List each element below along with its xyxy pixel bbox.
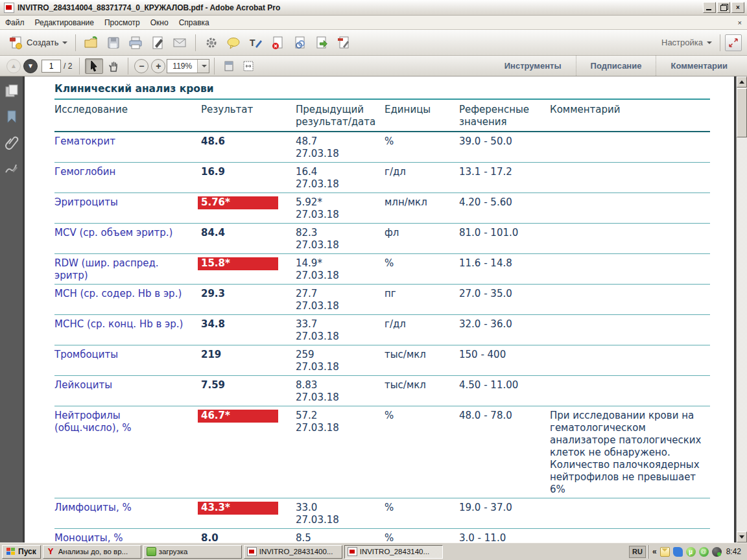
main-toolbar: Создать	[0, 30, 747, 56]
menu-edit[interactable]: Редактирование	[30, 16, 99, 29]
previous-date: 27.03.18	[296, 514, 377, 526]
create-document-icon	[8, 35, 24, 51]
tab-comments[interactable]: Комментарии	[656, 56, 742, 76]
taskbar-item[interactable]: INVITRO_28431400...	[244, 545, 342, 559]
minimize-button[interactable]	[703, 2, 716, 13]
vertical-scrollbar[interactable]	[736, 76, 747, 542]
page-link-button[interactable]	[289, 33, 311, 52]
menu-view[interactable]: Просмотр	[99, 16, 145, 29]
row-units: млн/мкл	[385, 196, 459, 221]
window-title: INVITRO_284314004_88371774_0_КРУЖАЛОВ.pd…	[18, 3, 703, 12]
window-titlebar: INVITRO_284314004_88371774_0_КРУЖАЛОВ.pd…	[0, 0, 747, 16]
hand-tool-button[interactable]	[104, 58, 123, 74]
row-result-value: 29.3	[201, 288, 296, 312]
page-count-label: / 2	[64, 62, 72, 71]
taskbar-item[interactable]: загрузка	[143, 545, 242, 559]
scroll-down-icon[interactable]	[737, 531, 747, 542]
row-comment	[550, 166, 710, 191]
scroll-up-icon[interactable]	[737, 76, 747, 88]
customize-label: Настройка	[661, 38, 703, 47]
tray-collapse-icon[interactable]: «	[652, 547, 657, 556]
email-button[interactable]	[169, 33, 191, 52]
row-comment	[550, 288, 710, 312]
result-text: 8.0	[201, 532, 219, 542]
previous-date: 27.03.18	[296, 148, 377, 160]
menubar-close-icon[interactable]: ×	[733, 19, 747, 27]
start-button[interactable]: Пуск	[2, 545, 41, 559]
row-previous-result: 33.0 27.03.18	[296, 502, 385, 526]
save-button[interactable]	[102, 33, 124, 52]
pages-panel-icon[interactable]	[4, 83, 19, 99]
row-units: г/дл	[385, 166, 459, 191]
row-reference-range: 11.6 - 14.8	[459, 257, 550, 282]
taskbar-item-label: INVITRO_28431400...	[259, 548, 333, 555]
tab-sign[interactable]: Подписание	[576, 56, 656, 76]
row-study-name: Нейтрофилы (общ.число), %	[54, 410, 201, 496]
create-button[interactable]: Создать	[5, 33, 71, 52]
attachments-panel-icon[interactable]	[4, 135, 19, 150]
scroll-mode-icon	[223, 60, 235, 72]
zoom-in-icon[interactable]: +	[151, 59, 165, 73]
fit-width-icon	[243, 60, 254, 72]
close-button[interactable]: ×	[731, 2, 744, 13]
scroll-mode-button[interactable]	[220, 58, 238, 74]
sign-button[interactable]	[147, 33, 169, 52]
previous-date: 27.03.18	[296, 422, 377, 434]
signatures-panel-icon[interactable]	[4, 161, 19, 176]
utorrent-tray-icon[interactable]: µ	[686, 547, 696, 557]
redact-page-button[interactable]	[333, 33, 355, 52]
previous-date: 27.03.18	[296, 361, 377, 373]
pdf-file-icon	[348, 547, 357, 556]
row-study-name: MCH (ср. содер. Hb в эр.)	[54, 288, 201, 312]
chevron-down-icon[interactable]	[197, 60, 209, 73]
comment-button[interactable]	[222, 33, 244, 52]
row-reference-range: 4.20 - 5.60	[459, 196, 550, 221]
row-units: %	[385, 135, 459, 160]
next-page-icon[interactable]: ▼	[23, 59, 38, 73]
print-button[interactable]	[124, 33, 147, 52]
language-indicator[interactable]: RU	[629, 546, 646, 558]
settings-gear-button[interactable]	[200, 33, 222, 52]
open-file-button[interactable]	[80, 33, 102, 52]
row-result-value: 7.59	[201, 379, 296, 404]
previous-value: 33.7	[296, 318, 377, 331]
export-page-button[interactable]	[311, 33, 333, 52]
previous-value: 27.7	[296, 288, 377, 300]
mail-tray-icon[interactable]	[660, 547, 670, 557]
messenger-tray-icon[interactable]	[673, 547, 683, 557]
fit-width-button[interactable]	[239, 58, 257, 74]
tab-tools[interactable]: Инструменты	[490, 56, 576, 76]
menu-window[interactable]: Окно	[145, 16, 174, 29]
column-header-comment: Комментарий	[550, 104, 710, 128]
bookmarks-panel-icon[interactable]	[4, 109, 19, 124]
remove-page-button[interactable]	[267, 33, 289, 52]
scrollbar-track[interactable]	[737, 137, 747, 531]
row-units: %	[385, 502, 459, 526]
antivirus-tray-icon[interactable]	[712, 547, 722, 557]
agent-tray-icon[interactable]: @	[699, 547, 709, 557]
scrollbar-thumb[interactable]	[737, 88, 747, 137]
table-row: Тромбоциты 219 259 27.03.18 тыс/мкл 150 …	[54, 345, 710, 375]
taskbar-item-label: INVITRO_2843140...	[360, 548, 429, 555]
zoom-out-icon[interactable]: −	[134, 59, 148, 73]
zoom-level-select[interactable]: 119%	[167, 59, 209, 73]
row-previous-result: 48.7 27.03.18	[296, 135, 385, 160]
chevron-down-icon	[707, 41, 712, 44]
table-row: RDW (шир. распред. эритр) 15.8* 14.9* 27…	[54, 253, 710, 284]
taskbar-item[interactable]: INVITRO_2843140...	[344, 545, 443, 559]
menu-help[interactable]: Справка	[174, 16, 215, 29]
previous-page-icon[interactable]: ▲	[6, 59, 21, 73]
menu-file[interactable]: Файл	[0, 16, 30, 29]
edit-text-icon: T	[248, 35, 263, 51]
restore-button[interactable]	[717, 2, 730, 13]
page-number-input[interactable]	[42, 60, 61, 73]
customize-button[interactable]: Настройка	[658, 36, 715, 49]
taskbar-item[interactable]: Y Анализы до, во вр...	[43, 545, 141, 559]
expand-mode-button[interactable]	[725, 34, 742, 51]
row-previous-result: 259 27.03.18	[296, 349, 385, 373]
create-label: Создать	[27, 38, 58, 47]
select-tool-button[interactable]	[85, 58, 103, 74]
pdf-page: Клинический анализ крови Исследование Ре…	[25, 76, 736, 542]
edit-text-button[interactable]: T	[244, 33, 267, 52]
previous-date: 27.03.18	[296, 391, 377, 404]
